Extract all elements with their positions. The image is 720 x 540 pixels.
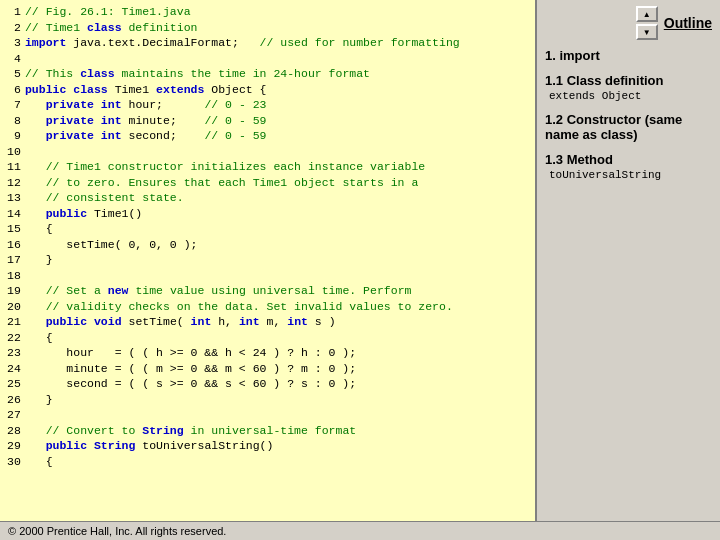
line-content: // Fig. 26.1: Time1.java — [23, 4, 533, 20]
line-content: // consistent state. — [23, 190, 533, 206]
line-number: 2 — [2, 20, 23, 36]
line-content: // Convert to String in universal-time f… — [23, 423, 533, 439]
outline-content: 1. import1.1 Class definitionextends Obj… — [537, 44, 720, 521]
line-content: // This class maintains the time in 24-h… — [23, 66, 533, 82]
code-line: 28 // Convert to String in universal-tim… — [2, 423, 533, 439]
nav-buttons: ▲ ▼ — [636, 6, 658, 40]
line-content: } — [23, 252, 533, 268]
line-number: 29 — [2, 438, 23, 454]
line-number: 18 — [2, 268, 23, 284]
code-line: 17 } — [2, 252, 533, 268]
item-import-label: 1. import — [545, 48, 712, 63]
line-content: minute = ( ( m >= 0 && m < 60 ) ? m : 0 … — [23, 361, 533, 377]
item-class-label: 1.1 Class definition — [545, 73, 712, 88]
line-number: 4 — [2, 51, 23, 67]
line-content: // Set a new time value using universal … — [23, 283, 533, 299]
code-line: 5// This class maintains the time in 24-… — [2, 66, 533, 82]
line-number: 5 — [2, 66, 23, 82]
line-number: 15 — [2, 221, 23, 237]
outline-title: Outline — [664, 15, 712, 31]
line-content: public Time1() — [23, 206, 533, 222]
line-content — [23, 268, 533, 284]
line-content: // to zero. Ensures that each Time1 obje… — [23, 175, 533, 191]
code-line: 24 minute = ( ( m >= 0 && m < 60 ) ? m :… — [2, 361, 533, 377]
main-container: 1// Fig. 26.1: Time1.java2// Time1 class… — [0, 0, 720, 521]
code-line: 25 second = ( ( s >= 0 && s < 60 ) ? s :… — [2, 376, 533, 392]
item-class-sub: extends Object — [545, 90, 712, 102]
code-line: 21 public void setTime( int h, int m, in… — [2, 314, 533, 330]
line-content — [23, 407, 533, 423]
code-line: 13 // consistent state. — [2, 190, 533, 206]
line-number: 19 — [2, 283, 23, 299]
code-line: 11 // Time1 constructor initializes each… — [2, 159, 533, 175]
code-line: 30 { — [2, 454, 533, 470]
line-number: 26 — [2, 392, 23, 408]
line-number: 20 — [2, 299, 23, 315]
line-number: 12 — [2, 175, 23, 191]
footer-text: © 2000 Prentice Hall, Inc. All rights re… — [8, 525, 226, 537]
line-content: // Time1 constructor initializes each in… — [23, 159, 533, 175]
line-content: hour = ( ( h >= 0 && h < 24 ) ? h : 0 ); — [23, 345, 533, 361]
outline-header: ▲ ▼ Outline — [537, 0, 720, 44]
line-content — [23, 144, 533, 160]
item-class[interactable]: 1.1 Class definitionextends Object — [545, 73, 712, 102]
code-line: 26 } — [2, 392, 533, 408]
line-content: public void setTime( int h, int m, int s… — [23, 314, 533, 330]
code-line: 18 — [2, 268, 533, 284]
item-constructor[interactable]: 1.2 Constructor (same name as class) — [545, 112, 712, 142]
line-number: 23 — [2, 345, 23, 361]
nav-down-button[interactable]: ▼ — [636, 24, 658, 40]
line-content: public String toUniversalString() — [23, 438, 533, 454]
line-content: // validity checks on the data. Set inva… — [23, 299, 533, 315]
code-line: 9 private int second; // 0 - 59 — [2, 128, 533, 144]
code-table: 1// Fig. 26.1: Time1.java2// Time1 class… — [2, 4, 533, 469]
line-number: 1 — [2, 4, 23, 20]
nav-up-button[interactable]: ▲ — [636, 6, 658, 22]
code-line: 16 setTime( 0, 0, 0 ); — [2, 237, 533, 253]
item-constructor-label: 1.2 Constructor (same name as class) — [545, 112, 712, 142]
line-content: private int second; // 0 - 59 — [23, 128, 533, 144]
item-method[interactable]: 1.3 MethodtoUniversalString — [545, 152, 712, 181]
code-line: 19 // Set a new time value using univers… — [2, 283, 533, 299]
line-content: import java.text.DecimalFormat; // used … — [23, 35, 533, 51]
line-number: 21 — [2, 314, 23, 330]
line-content: { — [23, 221, 533, 237]
outline-panel: ▲ ▼ Outline 1. import1.1 Class definitio… — [535, 0, 720, 521]
line-number: 24 — [2, 361, 23, 377]
line-number: 11 — [2, 159, 23, 175]
code-line: 4 — [2, 51, 533, 67]
line-number: 3 — [2, 35, 23, 51]
line-number: 9 — [2, 128, 23, 144]
line-content: setTime( 0, 0, 0 ); — [23, 237, 533, 253]
code-line: 8 private int minute; // 0 - 59 — [2, 113, 533, 129]
line-number: 7 — [2, 97, 23, 113]
line-content: private int hour; // 0 - 23 — [23, 97, 533, 113]
code-line: 1// Fig. 26.1: Time1.java — [2, 4, 533, 20]
line-number: 30 — [2, 454, 23, 470]
code-line: 22 { — [2, 330, 533, 346]
line-content: { — [23, 330, 533, 346]
line-number: 16 — [2, 237, 23, 253]
code-line: 20 // validity checks on the data. Set i… — [2, 299, 533, 315]
code-line: 23 hour = ( ( h >= 0 && h < 24 ) ? h : 0… — [2, 345, 533, 361]
code-panel: 1// Fig. 26.1: Time1.java2// Time1 class… — [0, 0, 535, 521]
line-number: 10 — [2, 144, 23, 160]
item-import[interactable]: 1. import — [545, 48, 712, 63]
code-line: 27 — [2, 407, 533, 423]
line-number: 14 — [2, 206, 23, 222]
line-content: private int minute; // 0 - 59 — [23, 113, 533, 129]
line-content: second = ( ( s >= 0 && s < 60 ) ? s : 0 … — [23, 376, 533, 392]
line-number: 27 — [2, 407, 23, 423]
line-number: 25 — [2, 376, 23, 392]
line-number: 22 — [2, 330, 23, 346]
code-line: 2// Time1 class definition — [2, 20, 533, 36]
line-number: 6 — [2, 82, 23, 98]
code-line: 3import java.text.DecimalFormat; // used… — [2, 35, 533, 51]
code-line: 10 — [2, 144, 533, 160]
line-content: public class Time1 extends Object { — [23, 82, 533, 98]
line-content: { — [23, 454, 533, 470]
line-number: 13 — [2, 190, 23, 206]
item-method-label: 1.3 Method — [545, 152, 712, 167]
code-line: 15 { — [2, 221, 533, 237]
line-number: 17 — [2, 252, 23, 268]
